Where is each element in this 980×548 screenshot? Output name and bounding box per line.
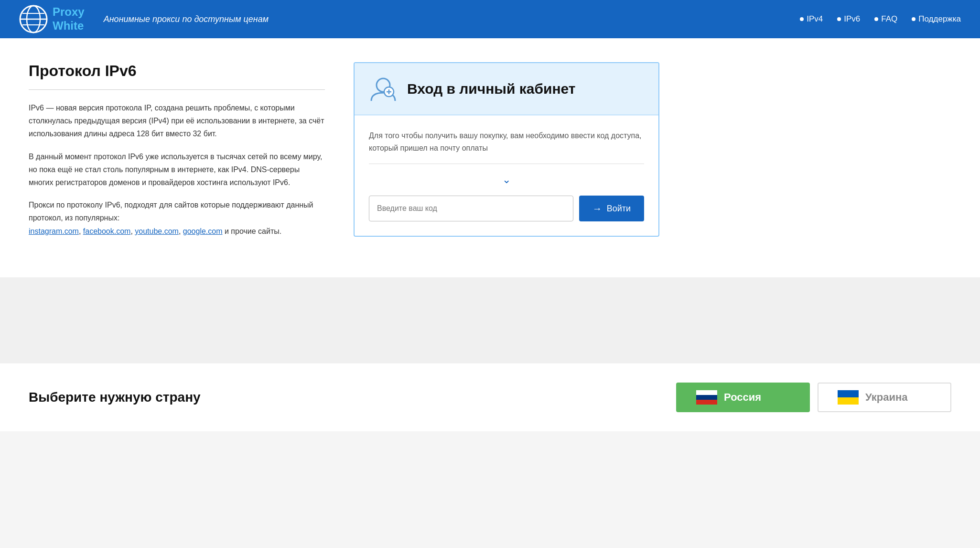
nav-ipv4-label: IPv4: [807, 14, 823, 24]
nav-dot-ipv6: [837, 17, 841, 21]
header-tagline: Анонимные прокси по доступным ценам: [104, 14, 800, 24]
nav-ipv6-label: IPv6: [844, 14, 860, 24]
country-buttons: Россия Украина: [676, 383, 951, 412]
description-para-1: IPv6 — новая версия протокола IP, создан…: [29, 101, 325, 141]
link-instagram[interactable]: instagram.com: [29, 227, 79, 235]
svg-rect-12: [838, 390, 859, 397]
link-google[interactable]: google.com: [183, 227, 223, 235]
ukraine-flag-icon: [838, 390, 859, 405]
logo[interactable]: Proxy White: [19, 5, 85, 33]
description-para-2: В данный момент протокол IPv6 уже исполь…: [29, 150, 325, 189]
login-button[interactable]: → Войти: [579, 196, 644, 221]
chevron-down-icon: ⌄: [369, 174, 644, 186]
page-title: Протокол IPv6: [29, 62, 325, 80]
nav-support[interactable]: Поддержка: [912, 14, 961, 24]
nav-faq-label: FAQ: [881, 14, 897, 24]
nav-ipv6[interactable]: IPv6: [837, 14, 860, 24]
svg-rect-9: [696, 390, 717, 395]
login-description: Для того чтобы получить вашу покупку, ва…: [369, 130, 644, 154]
main-content: Протокол IPv6 IPv6 — новая версия проток…: [0, 38, 980, 277]
logo-line2: White: [53, 19, 84, 32]
nav-dot-support: [912, 17, 915, 21]
svg-rect-10: [696, 395, 717, 400]
header-nav: IPv4 IPv6 FAQ Поддержка: [800, 14, 961, 24]
nav-ipv4[interactable]: IPv4: [800, 14, 823, 24]
logo-text: Proxy White: [53, 5, 85, 33]
nav-support-label: Поддержка: [918, 14, 961, 24]
login-card-body: Для того чтобы получить вашу покупку, ва…: [355, 115, 658, 236]
description-para-3: Прокси по протоколу IPv6, подходят для с…: [29, 198, 325, 238]
site-header: Proxy White Анонимные прокси по доступны…: [0, 0, 980, 38]
login-title: Вход в личный кабинет: [407, 81, 576, 97]
russia-button[interactable]: Россия: [676, 383, 810, 412]
login-button-icon: →: [592, 203, 602, 214]
login-button-label: Войти: [607, 204, 631, 214]
russia-label: Россия: [724, 391, 761, 404]
logo-line1: Proxy: [53, 5, 85, 18]
nav-faq[interactable]: FAQ: [874, 14, 897, 24]
code-input[interactable]: [369, 196, 573, 221]
login-form: → Войти: [369, 196, 644, 221]
gray-section: [0, 277, 980, 363]
svg-rect-11: [696, 400, 717, 405]
link-youtube[interactable]: youtube.com: [135, 227, 179, 235]
title-divider: [29, 89, 325, 90]
login-card: Вход в личный кабинет Для того чтобы пол…: [354, 62, 659, 237]
login-user-icon: [369, 75, 398, 103]
nav-dot-faq: [874, 17, 878, 21]
login-card-header: Вход в личный кабинет: [355, 63, 658, 115]
right-section: Вход в личный кабинет Для того чтобы пол…: [354, 62, 659, 253]
country-section: Выберите нужную страну Россия Украина: [0, 363, 980, 431]
links-suffix: и прочие сайты.: [225, 227, 281, 235]
link-facebook[interactable]: facebook.com: [83, 227, 131, 235]
ukraine-button[interactable]: Украина: [818, 383, 951, 412]
description-para-3-text: Прокси по протоколу IPv6, подходят для с…: [29, 201, 313, 222]
nav-dot-ipv4: [800, 17, 804, 21]
svg-rect-13: [838, 397, 859, 405]
russia-flag-icon: [696, 390, 717, 405]
ukraine-label: Украина: [865, 391, 908, 404]
country-title: Выберите нужную страну: [29, 390, 647, 405]
left-section: Протокол IPv6 IPv6 — новая версия проток…: [29, 62, 325, 253]
logo-icon: [19, 5, 48, 33]
login-divider: [369, 164, 644, 164]
